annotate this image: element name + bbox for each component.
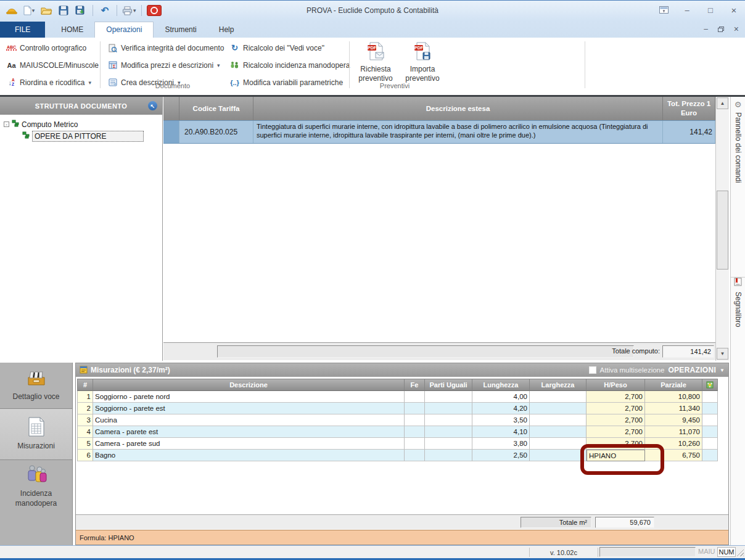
document-close-button[interactable]: × bbox=[734, 25, 739, 33]
fe-cell[interactable] bbox=[405, 391, 425, 403]
column-header-parziale[interactable]: Parziale bbox=[645, 379, 702, 391]
maximize-button[interactable]: □ bbox=[704, 4, 717, 15]
table-row[interactable]: 2 Soggiorno - parete est 4,20 2,700 11,3… bbox=[77, 403, 718, 414]
larghezza-cell[interactable] bbox=[530, 403, 587, 414]
lunghezza-cell[interactable]: 3,50 bbox=[472, 414, 530, 426]
parti-uguali-cell[interactable] bbox=[425, 391, 472, 403]
request-quote-button[interactable]: PDF Richiesta preventivo bbox=[353, 41, 398, 83]
recalc-labor-button[interactable]: Ricalcolo incidenza manodopera bbox=[227, 57, 352, 73]
descrizione-cell[interactable]: Camera - parete sud bbox=[93, 438, 405, 450]
column-header-parti-uguali[interactable]: Parti Uguali bbox=[425, 379, 472, 391]
nav-misurazioni-button[interactable]: Misurazioni bbox=[0, 408, 72, 460]
operazioni-dropdown-icon[interactable]: ▼ bbox=[720, 368, 725, 373]
column-header-larghezza[interactable]: Larghezza bbox=[530, 379, 587, 391]
tab-help[interactable]: Help bbox=[208, 22, 245, 38]
h-peso-cell[interactable]: 2,700 bbox=[587, 438, 645, 450]
tab-strumenti[interactable]: Strumenti bbox=[154, 22, 207, 38]
parti-uguali-cell[interactable] bbox=[425, 414, 472, 426]
parti-uguali-cell[interactable] bbox=[425, 438, 472, 450]
close-button[interactable]: × bbox=[728, 4, 740, 15]
verify-document-button[interactable]: Verifica integrità del documento bbox=[105, 40, 226, 56]
save-button[interactable] bbox=[57, 4, 70, 17]
recalc-vedi-voce-button[interactable]: ↻ Ricalcolo dei "Vedi voce" bbox=[227, 40, 352, 56]
photo-cell[interactable] bbox=[702, 426, 718, 438]
ribbon-collapse-button[interactable] bbox=[657, 4, 670, 15]
scroll-down-button[interactable]: ▼ bbox=[717, 348, 728, 360]
descrizione-cell[interactable]: Cucina bbox=[93, 414, 405, 426]
tree-expander-icon[interactable]: - bbox=[4, 121, 9, 127]
import-quote-button[interactable]: PDF Importa preventivo bbox=[400, 41, 445, 83]
lunghezza-cell[interactable]: 3,80 bbox=[472, 438, 530, 450]
column-header-fe[interactable]: Fe bbox=[405, 379, 425, 391]
column-header-num[interactable]: # bbox=[77, 379, 93, 391]
fe-cell[interactable] bbox=[405, 450, 425, 461]
save-as-button[interactable] bbox=[74, 4, 88, 17]
vertical-scrollbar[interactable]: ▲ ▼ bbox=[715, 97, 729, 361]
column-header-descrizione[interactable]: Descrizione bbox=[93, 379, 405, 391]
tree-node-opere-da-pittore[interactable]: OPERE DA PITTORE bbox=[22, 130, 162, 142]
descrizione-cell[interactable]: Bagno bbox=[93, 450, 405, 461]
table-row[interactable]: 3 Cucina 3,50 2,700 9,450 bbox=[77, 414, 718, 426]
parziale-cell[interactable]: 9,450 bbox=[645, 414, 702, 426]
table-row[interactable]: 1 Soggiorno - parete nord 4,00 2,700 10,… bbox=[77, 391, 718, 403]
h-peso-cell[interactable]: 2,700 bbox=[587, 391, 645, 403]
parti-uguali-cell[interactable] bbox=[425, 450, 472, 461]
tree-node-label[interactable]: Computo Metrico bbox=[22, 120, 78, 129]
tree-node-label-selected[interactable]: OPERE DA PITTORE bbox=[32, 131, 144, 142]
multiselect-label[interactable]: Attiva multiselezione bbox=[600, 366, 665, 374]
lunghezza-cell[interactable]: 4,00 bbox=[472, 391, 530, 403]
tab-home[interactable]: HOME bbox=[50, 22, 94, 38]
tab-segnalibro[interactable]: Segnalibro bbox=[731, 274, 745, 450]
table-row[interactable]: 5 Camera - parete sud 3,80 2,700 10,260 bbox=[77, 438, 718, 450]
edit-prices-descriptions-button[interactable]: Σ Modifica prezzi e descrizioni ▾ bbox=[105, 57, 226, 73]
nav-dettaglio-voce-button[interactable]: Dettaglio voce bbox=[0, 365, 72, 407]
fe-cell[interactable] bbox=[405, 438, 425, 450]
tab-file[interactable]: FILE bbox=[0, 22, 45, 38]
descrizione-cell[interactable]: Soggiorno - parete est bbox=[93, 403, 405, 414]
parti-uguali-cell[interactable] bbox=[425, 403, 472, 414]
undo-button[interactable]: ↶ bbox=[98, 4, 112, 17]
descrizione-cell[interactable]: Camera - parete est bbox=[93, 426, 405, 438]
resize-grip[interactable] bbox=[736, 549, 744, 556]
larghezza-cell[interactable] bbox=[530, 414, 587, 426]
fe-cell[interactable] bbox=[405, 403, 425, 414]
column-header-descrizione-estesa[interactable]: Descrizione estesa bbox=[253, 97, 663, 120]
print-dropdown-icon[interactable]: ▾ bbox=[133, 7, 136, 14]
parziale-cell[interactable]: 10,260 bbox=[645, 438, 702, 450]
parziale-cell[interactable]: 10,800 bbox=[645, 391, 702, 403]
new-document-button[interactable]: ▾ bbox=[22, 4, 36, 17]
parziale-cell[interactable]: 11,340 bbox=[645, 403, 702, 414]
parziale-cell[interactable]: 6,750 bbox=[645, 450, 702, 461]
codice-tariffa-cell[interactable]: 20.A90.B20.025 bbox=[179, 121, 253, 143]
exit-button[interactable] bbox=[147, 5, 162, 16]
lunghezza-cell[interactable]: 4,20 bbox=[472, 403, 530, 414]
larghezza-cell[interactable] bbox=[530, 426, 587, 438]
photo-cell[interactable] bbox=[702, 403, 718, 414]
minimize-button[interactable]: – bbox=[681, 4, 693, 15]
h-peso-cell[interactable]: 2,700 bbox=[587, 426, 645, 438]
larghezza-cell[interactable] bbox=[530, 450, 587, 461]
document-minimize-button[interactable]: – bbox=[704, 25, 708, 33]
h-peso-cell[interactable]: 2,700 bbox=[587, 403, 645, 414]
table-row[interactable]: 6 Bagno 2,50 HPIANO 6,750 bbox=[77, 450, 718, 461]
parziale-cell[interactable]: 11,070 bbox=[645, 426, 702, 438]
descrizione-cell[interactable]: Tinteggiatura di superfici murarie inter… bbox=[253, 121, 663, 143]
column-header-tot-prezzo[interactable]: Tot. Prezzo 1 Euro bbox=[663, 97, 715, 120]
totale-cell[interactable]: 141,42 bbox=[663, 121, 715, 143]
fe-cell[interactable] bbox=[405, 426, 425, 438]
new-document-dropdown-icon[interactable]: ▾ bbox=[32, 7, 35, 14]
tree-node-computo-metrico[interactable]: - Computo Metrico bbox=[4, 118, 162, 130]
scroll-up-button[interactable]: ▲ bbox=[717, 97, 728, 109]
column-header-codice-tariffa[interactable]: Codice Tariffa bbox=[179, 97, 253, 120]
parti-uguali-cell[interactable] bbox=[425, 426, 472, 438]
spellcheck-button[interactable]: ABC Controllo ortografico bbox=[4, 40, 101, 56]
reorder-dropdown-icon[interactable]: ▾ bbox=[88, 80, 91, 86]
open-button[interactable] bbox=[39, 4, 53, 17]
column-header-photo[interactable] bbox=[702, 379, 718, 391]
document-restore-button[interactable] bbox=[718, 27, 724, 32]
photo-cell[interactable] bbox=[702, 450, 718, 461]
descrizione-cell[interactable]: Soggiorno - parete nord bbox=[93, 391, 405, 403]
larghezza-cell[interactable] bbox=[530, 391, 587, 403]
lunghezza-cell[interactable]: 2,50 bbox=[472, 450, 530, 461]
scrollbar-thumb[interactable] bbox=[717, 191, 728, 270]
